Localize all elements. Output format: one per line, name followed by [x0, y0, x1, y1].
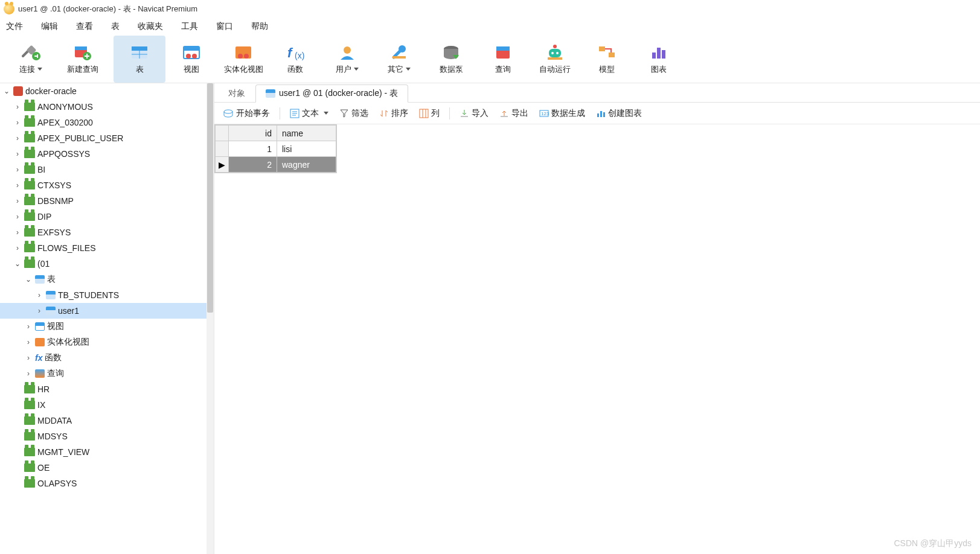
chevron-right-icon[interactable]: ›	[35, 291, 43, 299]
chevron-right-icon[interactable]: ›	[24, 338, 33, 346]
tab-objects[interactable]: 对象	[218, 84, 255, 102]
chevron-right-icon[interactable]: ›	[24, 369, 33, 378]
chevron-right-icon[interactable]: ›	[13, 228, 22, 237]
menu-tools[interactable]: 工具	[181, 21, 198, 32]
tree-schema[interactable]: ›CTXSYS	[0, 177, 214, 193]
row-header[interactable]: ▶	[216, 157, 229, 173]
menu-edit[interactable]: 编辑	[41, 21, 58, 32]
btn-sort[interactable]: 排序	[376, 107, 412, 120]
menu-view[interactable]: 查看	[76, 21, 93, 32]
tree-folder[interactable]: ›实体化视图	[0, 334, 214, 350]
tree-schema-active[interactable]: ⌄ (01	[0, 256, 214, 272]
menu-table[interactable]: 表	[111, 21, 120, 32]
tb-connect[interactable]: 连接	[5, 36, 57, 83]
tb-mat-views[interactable]: 实体化视图	[217, 36, 269, 83]
data-row-selected[interactable]: ▶ 2 wagner	[216, 157, 336, 173]
tree-schema-label: HR	[37, 384, 50, 394]
btn-begin-transaction[interactable]: 开始事务	[219, 107, 274, 120]
tb-model[interactable]: 模型	[581, 36, 633, 83]
data-grid[interactable]: id name 1 lisi ▶ 2 wagner	[214, 124, 337, 173]
chevron-right-icon[interactable]: ›	[13, 103, 22, 111]
scrollbar-track[interactable]	[207, 83, 214, 554]
menu-favorites[interactable]: 收藏夹	[138, 21, 163, 32]
tree-table-item[interactable]: › TB_STUDENTS	[0, 287, 214, 303]
tb-new-query[interactable]: 新建查询	[57, 36, 109, 83]
tree-schema[interactable]: ›EXFSYS	[0, 224, 214, 240]
chevron-right-icon[interactable]: ›	[13, 212, 22, 221]
chevron-down-icon[interactable]: ⌄	[2, 87, 11, 95]
tree-schema[interactable]: ›ANONYMOUS	[0, 99, 214, 115]
svg-point-16	[238, 54, 243, 59]
btn-create-chart[interactable]: 创建图表	[592, 107, 645, 120]
tree-schema[interactable]: ›FLOWS_FILES	[0, 240, 214, 256]
schema-icon	[24, 181, 35, 189]
tb-others[interactable]: 其它	[373, 36, 425, 83]
cell-name[interactable]: wagner	[277, 157, 336, 173]
svg-rect-33	[652, 53, 656, 59]
tree-folder[interactable]: ›查询	[0, 366, 214, 381]
data-row[interactable]: 1 lisi	[216, 141, 336, 157]
btn-import[interactable]: 导入	[456, 107, 492, 120]
database-icon	[440, 43, 462, 62]
cell-name[interactable]: lisi	[277, 141, 336, 157]
tree-schema[interactable]: ›MDSYS	[0, 428, 214, 444]
col-header-name[interactable]: name	[277, 126, 336, 141]
tree-schema[interactable]: ›APEX_PUBLIC_USER	[0, 130, 214, 146]
tree-schema[interactable]: ›MGMT_VIEW	[0, 444, 214, 460]
menu-file[interactable]: 文件	[6, 21, 23, 32]
tb-automation[interactable]: 自动运行	[529, 36, 581, 83]
chevron-right-icon[interactable]: ›	[13, 134, 22, 142]
chevron-right-icon[interactable]: ›	[24, 354, 33, 362]
chevron-right-icon[interactable]: ›	[35, 307, 43, 315]
tree-schema[interactable]: ›APEX_030200	[0, 115, 214, 130]
cell-id[interactable]: 1	[229, 141, 277, 157]
tree-schema[interactable]: ›DBSNMP	[0, 193, 214, 209]
tree-folder[interactable]: ›视图	[0, 319, 214, 334]
table-icon	[46, 291, 56, 299]
tb-charts[interactable]: 图表	[633, 36, 685, 83]
chevron-right-icon[interactable]: ›	[13, 181, 22, 189]
btn-filter[interactable]: 筛选	[336, 107, 372, 120]
chevron-right-icon[interactable]: ›	[24, 322, 33, 331]
tree-connection[interactable]: ⌄ docker-oracle	[0, 83, 214, 99]
chevron-right-icon[interactable]: ›	[13, 165, 22, 174]
tree-table-item-selected[interactable]: › user1	[0, 303, 214, 319]
tree-schema[interactable]: ›APPQOSSYS	[0, 146, 214, 162]
btn-columns[interactable]: 列	[415, 107, 443, 120]
tb-query[interactable]: 查询	[477, 36, 529, 83]
tab-table-user1[interactable]: user1 @ 01 (docker-oracle) - 表	[255, 84, 408, 103]
tb-tables[interactable]: 表	[114, 36, 165, 83]
menu-help[interactable]: 帮助	[251, 21, 268, 32]
cell-id[interactable]: 2	[229, 157, 277, 173]
chevron-right-icon[interactable]: ›	[13, 197, 22, 205]
chevron-down-icon[interactable]: ⌄	[13, 259, 22, 268]
btn-text[interactable]: 文本	[286, 107, 332, 120]
tree-folder[interactable]: ›fx函数	[0, 350, 214, 366]
btn-data-gen[interactable]: 123 数据生成	[536, 107, 589, 120]
tb-data-pump-label: 数据泵	[440, 64, 463, 75]
row-header[interactable]	[216, 141, 229, 157]
chevron-right-icon[interactable]: ›	[13, 244, 22, 252]
tb-functions[interactable]: f(x) 函数	[269, 36, 321, 83]
connection-tree[interactable]: ⌄ docker-oracle ›ANONYMOUS›APEX_030200›A…	[0, 83, 214, 554]
tree-schema[interactable]: ›MDDATA	[0, 413, 214, 428]
tree-schema[interactable]: ›OE	[0, 460, 214, 476]
btn-export[interactable]: 导出	[496, 107, 532, 120]
tb-data-pump[interactable]: 数据泵	[425, 36, 477, 83]
tree-schema[interactable]: ›BI	[0, 162, 214, 177]
tree-schema[interactable]: ›DIP	[0, 209, 214, 224]
chevron-right-icon[interactable]: ›	[13, 118, 22, 127]
row-header-corner[interactable]	[216, 126, 229, 141]
tb-views[interactable]: 视图	[165, 36, 217, 83]
tb-users[interactable]: 用户	[321, 36, 373, 83]
tree-schema[interactable]: ›HR	[0, 381, 214, 397]
tree-schema[interactable]: ›OLAPSYS	[0, 476, 214, 491]
scrollbar-thumb[interactable]	[207, 83, 213, 313]
col-header-id[interactable]: id	[229, 126, 277, 141]
menu-window[interactable]: 窗口	[216, 21, 233, 32]
chevron-down-icon[interactable]: ⌄	[24, 275, 33, 284]
tree-tables-folder[interactable]: ⌄ 表	[0, 272, 214, 287]
chevron-right-icon[interactable]: ›	[13, 150, 22, 158]
tree-schema[interactable]: ›IX	[0, 397, 214, 413]
model-icon	[596, 43, 618, 62]
